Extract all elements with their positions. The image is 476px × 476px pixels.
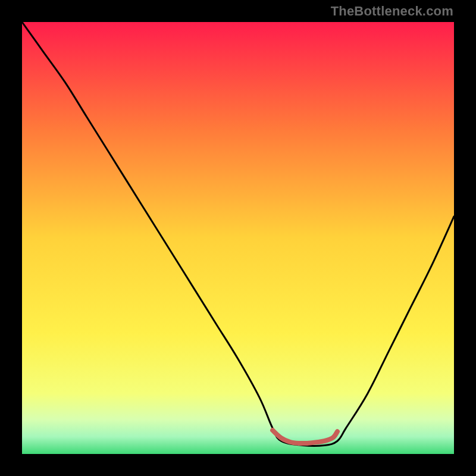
watermark-text: TheBottleneck.com	[331, 4, 453, 19]
heat-gradient-background	[22, 22, 454, 454]
chart-frame: TheBottleneck.com	[0, 0, 476, 476]
svg-rect-0	[22, 22, 454, 454]
plot-area	[22, 22, 454, 454]
